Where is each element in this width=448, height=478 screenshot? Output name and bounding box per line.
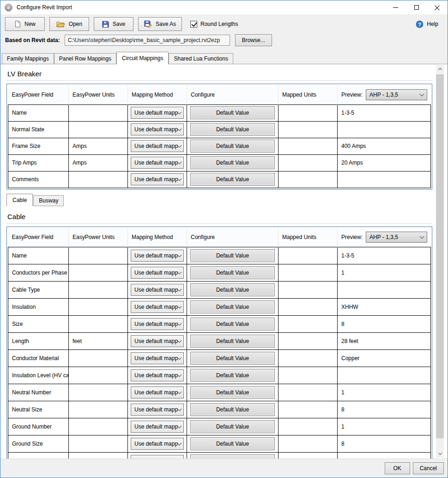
tab-circuit-mappings[interactable]: Circuit Mappings	[116, 52, 169, 64]
revit-data-path-input[interactable]	[65, 35, 230, 46]
save-button[interactable]: Save	[94, 17, 133, 31]
mapping-method-dropdown[interactable]: Use default mapp	[131, 335, 184, 347]
mapping-method-cell: Use default mapp	[128, 264, 187, 282]
mapping-method-dropdown[interactable]: Use default mapp	[131, 318, 184, 330]
mapping-method-cell: Use default mapp	[128, 154, 187, 171]
chevron-down-icon	[177, 143, 182, 148]
mapping-method-value: Use default mapp	[134, 372, 178, 379]
default-value-button[interactable]: Default Value	[190, 403, 275, 416]
mapping-method-dropdown[interactable]: Use default mapp	[131, 173, 184, 185]
revit-data-row: Based on Revit data: Browse...	[0, 33, 448, 50]
chevron-down-icon	[177, 270, 182, 275]
configure-cell: Default Value	[187, 121, 278, 138]
mapping-method-dropdown[interactable]: Use default mapp	[131, 107, 184, 119]
units-cell	[69, 171, 128, 188]
maximize-button[interactable]	[406, 0, 427, 14]
mapped-units-cell	[278, 282, 338, 299]
default-value-button[interactable]: Default Value	[190, 173, 275, 186]
configure-cell: Default Value	[187, 316, 278, 333]
mapping-method-dropdown[interactable]: Use default mapp	[131, 123, 184, 135]
save-as-icon	[144, 20, 152, 28]
mapped-units-cell	[278, 367, 338, 384]
default-value-button[interactable]: Default Value	[190, 420, 275, 433]
default-value-button[interactable]: Default Value	[190, 283, 275, 296]
cable-rows: NameUse default mappDefault Value1-3-5Co…	[8, 247, 431, 459]
mapping-method-dropdown[interactable]: Use default mapp	[131, 421, 184, 433]
default-value-button[interactable]: Default Value	[190, 437, 275, 450]
default-value-button[interactable]: Default Value	[190, 106, 275, 119]
default-value-button[interactable]: Default Value	[190, 140, 275, 153]
units-cell	[69, 316, 128, 333]
round-lengths-option[interactable]: Round Lengths	[190, 21, 238, 28]
default-value-button[interactable]: Default Value	[190, 352, 275, 365]
mapping-method-dropdown[interactable]: Use default mapp	[131, 267, 184, 279]
default-value-button[interactable]: Default Value	[190, 249, 275, 262]
mapping-method-dropdown[interactable]: Use default mapp	[131, 438, 184, 450]
default-value-button[interactable]: Default Value	[190, 123, 275, 136]
subtab-cable[interactable]: Cable	[6, 194, 33, 206]
mapping-method-dropdown[interactable]: Use default mapp	[131, 250, 184, 262]
default-value-button[interactable]: Default Value	[190, 266, 275, 279]
default-value-button[interactable]: Default Value	[190, 369, 275, 382]
default-value-button[interactable]: Default Value	[190, 335, 275, 348]
close-button[interactable]	[427, 0, 448, 14]
open-button-label: Open	[69, 21, 82, 27]
mapping-method-dropdown[interactable]: Use default mapp	[131, 369, 184, 381]
preview-dropdown[interactable]: AHP - 1,3,5	[366, 89, 427, 100]
default-value-button[interactable]: Default Value	[190, 454, 275, 459]
preview-cell: 400 Amps	[338, 138, 431, 154]
field-cell: Comments	[8, 171, 69, 188]
svg-text:?: ?	[418, 21, 421, 27]
default-value-button[interactable]: Default Value	[190, 318, 275, 331]
mapping-method-dropdown[interactable]: Use default mapp	[131, 386, 184, 398]
mapping-method-value: Use default mapp	[134, 458, 178, 459]
default-value-button[interactable]: Default Value	[190, 156, 275, 169]
preview-cell: 1	[338, 264, 431, 282]
mapping-method-dropdown[interactable]: Use default mapp	[131, 352, 184, 364]
mapping-method-dropdown[interactable]: Use default mapp	[131, 404, 184, 416]
configure-cell: Default Value	[187, 171, 278, 188]
mapping-method-value: Use default mapp	[134, 143, 178, 149]
tab-shared-lua-functions[interactable]: Shared Lua Functions	[169, 53, 233, 64]
chevron-down-icon	[419, 234, 424, 239]
col-configure: Configure	[187, 228, 278, 247]
save-as-button[interactable]: Save As	[138, 17, 182, 31]
circuit-type-subtabs: Cable Busway	[6, 194, 432, 206]
mapping-method-dropdown[interactable]: Use default mapp	[131, 455, 184, 459]
tab-family-mappings[interactable]: Family Mappings	[2, 53, 54, 64]
table-row: SizeUse default mappDefault Value8	[8, 316, 431, 333]
default-value-button[interactable]: Default Value	[190, 300, 275, 313]
mapping-method-cell: Use default mapp	[128, 418, 187, 435]
chevron-down-icon	[177, 287, 182, 292]
revit-data-label: Based on Revit data:	[5, 37, 60, 43]
mapping-method-dropdown[interactable]: Use default mapp	[131, 140, 184, 152]
vertical-scrollbar[interactable]	[436, 65, 444, 458]
help-link[interactable]: ? Help	[416, 20, 438, 28]
default-value-button[interactable]: Default Value	[190, 386, 275, 399]
preview-label: Preview:	[341, 234, 363, 240]
mapping-method-dropdown[interactable]: Use default mapp	[131, 157, 184, 169]
round-lengths-checkbox[interactable]	[190, 21, 197, 28]
browse-button[interactable]: Browse...	[235, 34, 272, 46]
cancel-button[interactable]: Cancel	[413, 462, 444, 474]
open-button[interactable]: Open	[49, 17, 89, 31]
scroll-up-button[interactable]	[436, 65, 444, 73]
mapping-method-dropdown[interactable]: Use default mapp	[131, 284, 184, 296]
table-row: CommentsUse default mappDefault Value	[8, 171, 431, 188]
mapping-method-value: Use default mapp	[134, 252, 178, 259]
new-button[interactable]: New	[5, 17, 45, 31]
chevron-down-icon	[177, 407, 182, 411]
preview-dropdown[interactable]: AHP - 1,3,5	[366, 232, 427, 243]
minimize-button[interactable]	[385, 0, 406, 14]
scroll-down-button[interactable]	[436, 450, 444, 458]
mapping-method-value: Use default mapp	[134, 176, 178, 183]
configure-cell: Default Value	[187, 384, 278, 401]
mapping-method-dropdown[interactable]: Use default mapp	[131, 301, 184, 313]
subtab-busway[interactable]: Busway	[33, 195, 64, 206]
table-row: Frame SizeAmpsUse default mappDefault Va…	[8, 138, 431, 154]
preview-cell: 8	[338, 435, 431, 453]
field-cell: Normal State	[8, 121, 69, 138]
tab-panel-row-mappings[interactable]: Panel Row Mappings	[54, 53, 116, 64]
scrollbar-thumb[interactable]	[436, 74, 444, 438]
ok-button[interactable]: OK	[385, 462, 410, 474]
